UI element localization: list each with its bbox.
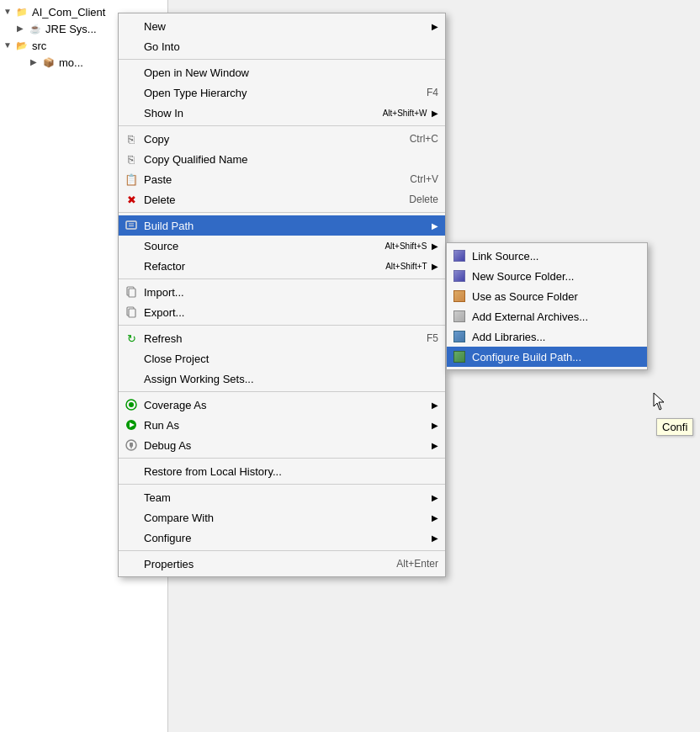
menu-item-properties[interactable]: Properties Alt+Enter bbox=[119, 554, 445, 574]
menu-item-debug-as[interactable]: Debug As ▶ bbox=[119, 435, 445, 455]
context-menu: New ▶ Go Into Open in New Window Open Ty… bbox=[118, 13, 446, 577]
submenu-new-source-folder[interactable]: New Source Folder... bbox=[447, 266, 647, 286]
team-arrow: ▶ bbox=[423, 493, 438, 502]
paste-shortcut: Ctrl+V bbox=[393, 173, 438, 185]
menu-item-paste[interactable]: 📋 Paste Ctrl+V bbox=[119, 169, 445, 189]
submenu-add-external[interactable]: Add External Archives... bbox=[447, 306, 647, 326]
open-window-label: Open in New Window bbox=[144, 66, 249, 79]
menu-item-delete[interactable]: ✖ Delete Delete bbox=[119, 189, 445, 210]
add-libraries-label: Add Libraries... bbox=[472, 331, 545, 343]
delete-label: Delete bbox=[144, 194, 176, 206]
svg-rect-12 bbox=[130, 443, 133, 447]
tooltip-text: Confi bbox=[662, 421, 687, 433]
refresh-icon: ↻ bbox=[125, 332, 138, 345]
run-as-label: Run As bbox=[144, 419, 179, 432]
menu-item-source[interactable]: Source Alt+Shift+S ▶ bbox=[119, 236, 445, 256]
compare-with-label: Compare With bbox=[144, 512, 214, 524]
menu-item-open-window[interactable]: Open in New Window bbox=[119, 62, 445, 82]
new-label: New bbox=[144, 20, 166, 33]
jre-icon: ☕ bbox=[29, 22, 42, 35]
project-label: AI_Com_Client bbox=[32, 6, 105, 19]
tree-src-arrow: ▼ bbox=[3, 40, 13, 50]
build-path-arrow: ▶ bbox=[423, 221, 438, 231]
svg-rect-4 bbox=[129, 289, 135, 297]
jre-label: JRE Sys... bbox=[45, 23, 97, 35]
show-in-label: Show In bbox=[144, 107, 183, 119]
link-source-label: Link Source... bbox=[472, 250, 539, 263]
menu-item-build-path[interactable]: Build Path ▶ bbox=[119, 215, 445, 236]
refresh-label: Refresh bbox=[144, 332, 183, 345]
separator-6 bbox=[119, 391, 445, 392]
menu-item-close-project[interactable]: Close Project bbox=[119, 348, 445, 369]
compare-with-arrow: ▶ bbox=[423, 513, 438, 522]
copy-label: Copy bbox=[144, 133, 169, 146]
run-as-arrow: ▶ bbox=[423, 421, 438, 430]
tree-expand-arrow: ▼ bbox=[3, 7, 13, 17]
submenu-configure-build-path[interactable]: Configure Build Path... bbox=[447, 347, 647, 367]
source-label: Source bbox=[144, 240, 178, 252]
add-external-label: Add External Archives... bbox=[472, 310, 588, 323]
delete-icon: ✖ bbox=[125, 193, 138, 206]
coverage-icon bbox=[125, 398, 138, 411]
build-path-icon bbox=[125, 219, 138, 232]
use-as-source-icon bbox=[453, 289, 466, 303]
add-libraries-icon bbox=[453, 330, 466, 343]
configure-build-path-label: Configure Build Path... bbox=[472, 351, 581, 363]
menu-item-show-in[interactable]: Show In Alt+Shift+W ▶ bbox=[119, 103, 445, 123]
menu-item-go-into[interactable]: Go Into bbox=[119, 36, 445, 56]
menu-item-import[interactable]: Import... bbox=[119, 282, 445, 302]
source-shortcut: Alt+Shift+S ▶ bbox=[376, 241, 438, 251]
import-label: Import... bbox=[144, 286, 184, 299]
debug-icon bbox=[125, 438, 138, 452]
build-path-submenu: Link Source... New Source Folder... Use … bbox=[446, 242, 648, 370]
use-as-source-label: Use as Source Folder bbox=[472, 290, 578, 303]
copy-qualified-label: Copy Qualified Name bbox=[144, 153, 248, 166]
menu-item-compare-with[interactable]: Compare With ▶ bbox=[119, 507, 445, 528]
run-icon bbox=[125, 418, 138, 432]
coverage-as-label: Coverage As bbox=[144, 399, 206, 411]
restore-history-label: Restore from Local History... bbox=[144, 465, 282, 478]
team-label: Team bbox=[144, 491, 171, 504]
show-in-shortcut: Alt+Shift+W ▶ bbox=[374, 109, 438, 118]
svg-rect-0 bbox=[126, 221, 136, 229]
menu-item-new[interactable]: New ▶ bbox=[119, 16, 445, 36]
refactor-label: Refactor bbox=[144, 260, 185, 273]
link-source-icon bbox=[453, 249, 466, 263]
separator-1 bbox=[119, 59, 445, 60]
menu-item-assign-sets[interactable]: Assign Working Sets... bbox=[119, 369, 445, 389]
go-into-label: Go Into bbox=[144, 40, 180, 53]
menu-item-refactor[interactable]: Refactor Alt+Shift+T ▶ bbox=[119, 256, 445, 276]
configure-label: Configure bbox=[144, 532, 191, 544]
submenu-use-as-source[interactable]: Use as Source Folder bbox=[447, 286, 647, 306]
configure-arrow: ▶ bbox=[423, 533, 438, 543]
src-label: src bbox=[32, 40, 46, 52]
new-source-folder-icon bbox=[453, 269, 466, 283]
menu-item-coverage-as[interactable]: Coverage As ▶ bbox=[119, 395, 445, 415]
configure-build-path-icon bbox=[453, 350, 466, 363]
close-project-label: Close Project bbox=[144, 353, 209, 365]
svg-rect-6 bbox=[129, 309, 135, 317]
menu-item-team[interactable]: Team ▶ bbox=[119, 487, 445, 507]
menu-item-copy[interactable]: ⎘ Copy Ctrl+C bbox=[119, 129, 445, 149]
debug-as-arrow: ▶ bbox=[423, 441, 438, 450]
svg-point-8 bbox=[129, 402, 134, 407]
menu-item-restore-history[interactable]: Restore from Local History... bbox=[119, 461, 445, 481]
menu-item-run-as[interactable]: Run As ▶ bbox=[119, 415, 445, 435]
menu-item-configure[interactable]: Configure ▶ bbox=[119, 528, 445, 548]
package-icon: 📦 bbox=[42, 56, 56, 69]
refactor-shortcut: Alt+Shift+T ▶ bbox=[377, 262, 438, 271]
tree-pkg-arrow: ▶ bbox=[30, 57, 40, 67]
submenu-link-source[interactable]: Link Source... bbox=[447, 246, 647, 266]
separator-3 bbox=[119, 212, 445, 213]
package-label: mo... bbox=[59, 56, 83, 69]
menu-item-refresh[interactable]: ↻ Refresh F5 bbox=[119, 328, 445, 348]
menu-item-export[interactable]: Export... bbox=[119, 302, 445, 322]
refresh-shortcut: F5 bbox=[410, 332, 438, 344]
separator-5 bbox=[119, 325, 445, 326]
open-hierarchy-shortcut: F4 bbox=[410, 87, 438, 98]
menu-item-copy-qualified[interactable]: ⎘ Copy Qualified Name bbox=[119, 149, 445, 169]
submenu-add-libraries[interactable]: Add Libraries... bbox=[447, 326, 647, 347]
import-icon bbox=[125, 285, 138, 299]
menu-item-open-hierarchy[interactable]: Open Type Hierarchy F4 bbox=[119, 82, 445, 103]
debug-as-label: Debug As bbox=[144, 439, 191, 452]
